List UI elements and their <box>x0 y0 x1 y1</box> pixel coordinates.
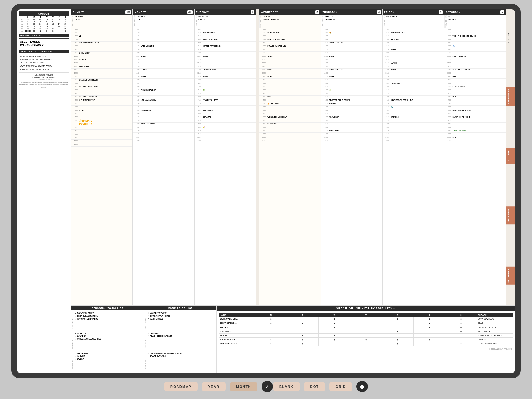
month-tab-december[interactable]: DECEMBER <box>506 267 515 285</box>
wednesday-header: WEDNESDAY 2 <box>259 9 321 15</box>
time-row: 7:00 <box>71 116 132 119</box>
sunday-focus-label: TODAY'S FOCUS <box>71 15 74 28</box>
time-row: 5:00🧘 CHILL OUT <box>259 102 321 106</box>
habit-day: ● <box>382 329 414 334</box>
thursday-focus: DONATECLOTHES <box>324 15 335 28</box>
time-row: 8:30 <box>383 45 444 48</box>
work-top-priority-label: TOP PRIORITY <box>144 311 148 329</box>
time-row: 1:00WORK <box>195 75 256 79</box>
month-tab-october[interactable]: OCTOBER <box>506 148 515 164</box>
time-row: 9:00 <box>195 129 256 133</box>
habit-day <box>414 334 445 338</box>
time-row: 7:00 <box>133 35 194 38</box>
todo-item: → OIL CHANGE <box>75 352 143 354</box>
habit-day <box>318 342 350 346</box>
time-row: 10:00 <box>71 55 132 58</box>
time-row: 10:00 <box>383 136 444 139</box>
personal-priority-items: ✓ MEAL PREP ✓ LAUNDRY ✓ ACTUALLY SELL CL… <box>75 331 143 349</box>
time-row: 5:30 <box>321 106 382 109</box>
time-row: 1:30 <box>444 79 506 82</box>
time-row: 8:30 <box>71 45 132 48</box>
grid-button[interactable]: GRID <box>329 382 353 391</box>
time-row: 9:00 <box>321 48 382 52</box>
year-button[interactable]: YEAR <box>202 382 226 391</box>
time-row: 9:00 <box>259 48 321 52</box>
circle-button[interactable]: ⬤ <box>356 381 368 392</box>
quote-box: LEARNING NEVEREXHAUSTS THE MIND. - LEONA… <box>19 72 69 88</box>
todo-item: ✓ DEEP CLEAN MY ROOM <box>75 315 143 317</box>
time-row: 8:00 <box>71 126 132 130</box>
time-row: 2:00 <box>321 82 382 85</box>
habit-day: ● <box>287 342 318 346</box>
time-row: 1:30 <box>383 79 444 82</box>
month-tab-november[interactable]: NOVEMBER <box>506 206 515 224</box>
days-grid: SUNDAY 30 TODAY'S FOCUS WEEKLYRESET 6:00… <box>71 9 515 305</box>
work-priority-label: PRIORITY <box>144 331 148 349</box>
time-row: 6:00 <box>383 109 444 112</box>
personal-todo-header: PERSONAL TO-DO LIST <box>71 306 144 310</box>
time-row: 6:00 <box>195 28 256 31</box>
habit-day: ● <box>318 321 350 325</box>
good-thing-4: • WATCHED KOREAN DRAMAS W/MOM <box>19 65 69 68</box>
month-tab-september[interactable]: SEPTEMBER <box>506 87 515 106</box>
friday-num: 4 <box>439 10 443 14</box>
habit-day: ● <box>445 342 477 346</box>
thursday-focus-label: TODAY'S FOCUS <box>321 15 324 28</box>
habit-day <box>350 342 382 346</box>
blank-button[interactable]: BLANK <box>273 382 300 391</box>
time-row: 10:30LAUNDRY <box>71 58 132 62</box>
time-row: 12:30 <box>71 72 132 75</box>
month-button[interactable]: MONTH <box>230 382 257 391</box>
habit-day: ● <box>255 317 287 321</box>
time-row: 10:00WORK <box>321 55 382 58</box>
time-row: 2:00 <box>133 82 194 85</box>
time-row: 7:00 <box>321 35 382 38</box>
tablet-screen: AUGUST SMTWTFS 312627282930311 322345678… <box>17 9 515 373</box>
personal-errand-items: → OIL CHANGE ✓ VACUUM ✓ SWEEP <box>75 351 143 369</box>
reward-col-header: REWARD <box>477 313 513 317</box>
time-row: 6:30 <box>71 112 132 116</box>
habit-day: ● <box>414 325 445 329</box>
time-row: 1:00WORK <box>133 75 194 79</box>
day-wednesday: WEDNESDAY 2 TODAY'S FOCUS PAY MYCREDIT C… <box>259 9 321 305</box>
habit-row: WOKE UP BEFORE 7 ● ● ● ● ● BUY A NEW B <box>219 317 513 321</box>
time-row: 10:30 <box>195 58 256 62</box>
copyright: © 2020 ANGELIA TRINIDAD <box>219 348 513 350</box>
habit-name: THOUGHT LOGGED <box>219 342 255 346</box>
roadmap-button[interactable]: ROADMAP <box>164 382 198 391</box>
time-row: 8:30 <box>133 126 194 129</box>
personal-todo: PERSONAL TO-DO LIST TOP PRIORITY ✓ DONAT… <box>71 306 144 373</box>
good-thing-3: • DID A DEEP ROOM CLEANSE <box>19 61 69 64</box>
time-row: 5:00 <box>71 102 132 106</box>
time-row: 4:30DROPPED OFF CLOTHES <box>321 99 382 102</box>
time-row: 8:30LATE MORNING! <box>133 45 194 48</box>
time-row: 7:00 <box>133 116 194 119</box>
time-row: 6:00DINNER IN BACKYARD <box>444 109 506 112</box>
time-row: 12:30 <box>444 72 506 75</box>
work-todo: WORK TO-DO LIST TOP PRIORITY ✓ MONTHLY R… <box>144 306 217 373</box>
col-f: F <box>382 313 414 317</box>
checkmark-button[interactable]: ✓ <box>262 381 273 392</box>
time-row: 8:30🌈 <box>195 126 256 129</box>
time-row: 9:30 <box>133 133 194 136</box>
time-row: 9:30 <box>444 133 506 136</box>
friday-timeslots: 6:00 6:30WOKE UP EARLY 7:00 7:30STRETCHE… <box>383 28 444 305</box>
time-row: 9:30 <box>383 52 444 55</box>
habit-day: ● <box>287 321 318 325</box>
wednesday-focus-label: TODAY'S FOCUS <box>259 15 262 28</box>
time-row: 4:00NAP <box>259 96 321 99</box>
time-row: 3:00🌵 <box>321 89 382 92</box>
time-row: 7:30STRETCHED <box>383 38 444 42</box>
time-row: 1:00WORK <box>259 75 321 79</box>
time-row: 9:00 <box>71 48 132 52</box>
dot-button[interactable]: DOT <box>304 382 325 391</box>
month-tab-august[interactable]: AUGUST <box>506 30 515 45</box>
monday-name: MONDAY <box>134 11 146 14</box>
time-row: 7:00 <box>383 35 444 38</box>
sunday-num: 30 <box>125 10 131 14</box>
habit-day <box>255 329 287 334</box>
friday-header: FRIDAY 4 <box>383 9 444 15</box>
habit-day <box>382 321 414 325</box>
habit-day <box>318 329 350 334</box>
time-row: 2:30 <box>321 85 382 89</box>
